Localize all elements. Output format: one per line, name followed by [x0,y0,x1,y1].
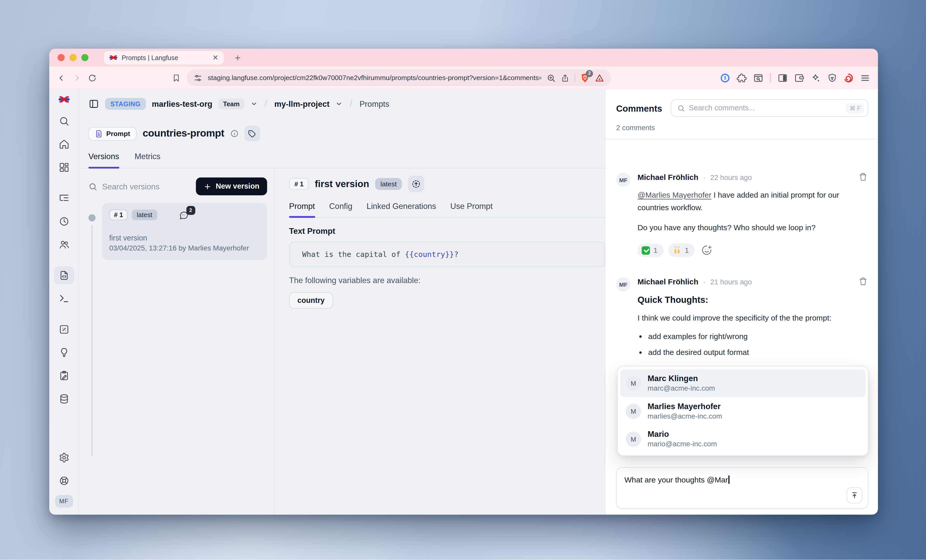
search-comments-placeholder: Search comments... [689,104,842,112]
sidebar-support-lifebuoy-icon[interactable] [54,472,74,490]
bookmark-icon[interactable] [172,73,180,82]
template-variable: {{country}} [405,250,454,259]
zoom-page-icon[interactable] [547,73,556,82]
info-icon[interactable] [230,129,238,138]
sidebar-prompts-icon[interactable] [54,266,74,284]
tab-metrics[interactable]: Metrics [135,147,161,168]
sidebar-tracing-icon[interactable] [54,189,74,207]
menu-hamburger-icon[interactable] [860,73,870,83]
password-manager-icon[interactable] [720,73,730,83]
back-icon[interactable] [57,73,66,82]
text-prompt-label: Text Prompt [289,227,605,236]
check-mark-emoji [642,246,650,254]
user-avatar[interactable]: MF [55,495,73,508]
leo-ai-sparkle-icon[interactable] [811,73,821,83]
mention-option-marlies[interactable]: M Marlies Mayerhofer marlies@acme-inc.co… [620,397,865,425]
new-tab-button[interactable] [234,54,242,61]
address-bar[interactable]: staging.langfuse.com/project/cm22fk0w700… [187,70,611,86]
url-text[interactable]: staging.langfuse.com/project/cm22fk0w700… [207,74,541,81]
comment-bubble-icon[interactable]: 2 [179,210,188,220]
reload-icon[interactable] [88,73,97,82]
panel-toggle-icon[interactable] [89,98,99,109]
share-icon[interactable] [561,73,569,82]
tab-prompt[interactable]: Prompt [289,202,315,217]
wallet-icon[interactable] [794,73,804,83]
langfuse-logo[interactable] [58,95,70,103]
delete-comment-icon[interactable] [859,277,867,286]
maximize-window-button[interactable] [81,54,89,61]
langfuse-favicon [109,54,118,61]
reaction-pill-check[interactable]: 1 [637,244,663,257]
search-comments-input[interactable]: Search comments... ⌘ F [670,99,868,117]
avatar: M [626,431,641,446]
search-shortcut-badge: ⌘ F [846,103,864,113]
sidebar-annotation-icon[interactable] [54,367,74,384]
extensions-puzzle-icon[interactable] [737,73,747,83]
avatar: M [626,375,641,391]
tab-config[interactable]: Config [329,202,352,217]
tag-button[interactable] [244,126,260,141]
org-name[interactable]: marlies-test-org [152,99,212,108]
mention-option-mario[interactable]: M Mario mario@acme-inc.com [620,425,865,453]
detail-latest-badge: latest [375,178,402,190]
sidebar-playground-icon[interactable] [54,290,74,307]
sidebar-lightbulb-icon[interactable] [54,344,74,361]
search-icon [677,104,685,112]
search-icon [89,182,98,191]
sidebar-dashboard-icon[interactable] [54,159,74,176]
mention-name: Marc Klingen [648,374,715,383]
mention-link[interactable]: @Marlies Mayerhofer [637,191,711,200]
comment-timestamp: 21 hours ago [710,278,752,286]
new-version-button[interactable]: New version [196,178,267,195]
detail-version-name: first version [315,179,369,189]
comment-timestamp: 22 hours ago [710,173,752,182]
tab-use-prompt[interactable]: Use Prompt [451,202,493,217]
project-name[interactable]: my-llm-project [274,99,330,108]
browser-tab[interactable]: Prompts | Langfuse ✕ [104,51,224,64]
close-window-button[interactable] [57,54,65,61]
sidebar-users-icon[interactable] [54,236,74,253]
brave-shield-icon[interactable]: 2 [581,73,590,83]
mention-option-marc[interactable]: M Marc Klingen marc@acme-inc.com [620,369,865,397]
org-chevron-down-icon[interactable] [250,100,257,107]
app-sidebar: MF [49,89,79,515]
page-tabs: Versions Metrics [79,147,605,169]
delete-comment-icon[interactable] [859,173,867,181]
sidebar-settings-gear-icon[interactable] [54,449,74,466]
archive-search-icon[interactable] [753,73,763,83]
team-badge[interactable]: Team [218,98,245,109]
mention-name: Marlies Mayerhofer [648,402,722,411]
reaction-pill-raised-hands[interactable]: 1 [668,244,695,257]
variable-chip: country [289,292,333,309]
promote-version-button[interactable] [408,176,425,192]
plus-icon [204,183,212,190]
comment-count-badge: 2 [186,206,195,215]
add-reaction-icon[interactable] [702,245,712,255]
sidebar-panel-icon[interactable] [778,73,788,83]
forward-icon[interactable] [73,73,81,82]
comment-bullet: add the desired output format [648,347,869,358]
comment-input[interactable]: What are your thoughts @Mar [616,467,869,509]
version-list-item[interactable]: # 1 latest 2 first version 03/04/2025, 1… [102,203,267,260]
sidebar-evaluation-icon[interactable] [54,321,74,338]
project-chevron-down-icon[interactable] [336,100,343,107]
sidebar-datasets-icon[interactable] [54,390,74,408]
sidebar-home-icon[interactable] [54,135,74,153]
submit-comment-button[interactable] [846,487,862,503]
breadcrumb-section[interactable]: Prompts [360,99,389,108]
red-swirl-extension-icon[interactable] [844,73,853,83]
minimize-window-button[interactable] [70,54,77,61]
comment-bullet: add examples for right/wrong [648,331,869,342]
vpn-shield-icon[interactable] [828,73,837,83]
site-settings-icon[interactable] [194,73,203,82]
versions-panel: Search versions New version [79,169,275,515]
brave-rewards-icon[interactable] [595,73,604,82]
sidebar-sessions-clock-icon[interactable] [54,212,74,230]
search-versions-input[interactable]: Search versions [89,182,191,191]
toolbar-divider [770,73,771,82]
tab-versions[interactable]: Versions [89,147,120,168]
tab-close-icon[interactable]: ✕ [212,54,218,61]
sidebar-search-icon[interactable] [54,112,74,130]
search-versions-placeholder: Search versions [102,182,160,191]
tab-linked-generations[interactable]: Linked Generations [366,202,436,217]
